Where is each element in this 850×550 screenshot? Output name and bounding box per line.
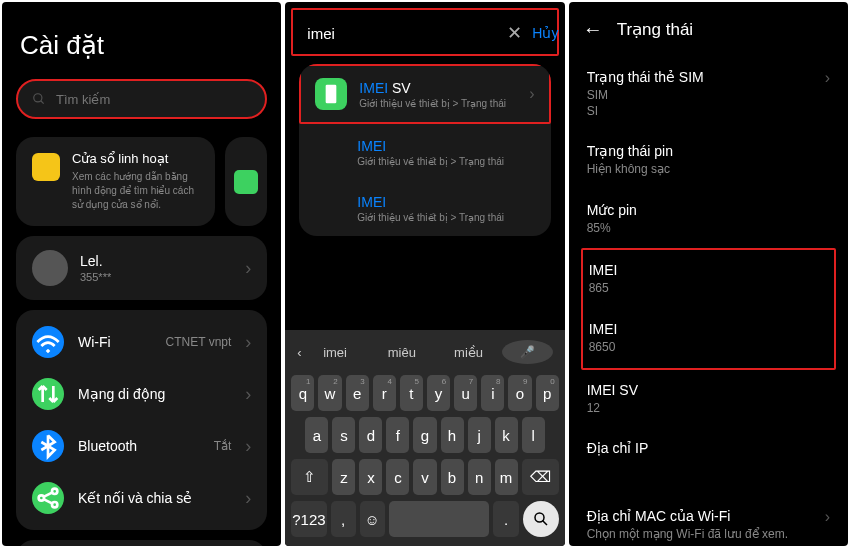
page-title: Trạng thái [617,19,693,40]
window-icon [32,153,60,181]
key-x[interactable]: x [359,459,382,495]
chevron-right-icon: › [245,488,251,509]
key-b[interactable]: b [441,459,464,495]
key-d[interactable]: d [359,417,382,453]
item-value: 865 [589,281,828,297]
settings-row-bluetooth[interactable]: Bluetooth Tắt › [32,420,251,472]
status-item-mac[interactable]: › Địa chỉ MAC của Wi-Fi Chọn một mạng Wi… [587,496,830,546]
item-value: Hiện không sạc [587,162,830,178]
suggestion[interactable]: miều [443,345,494,360]
tip-card[interactable]: Cửa sổ linh hoạt Xem các hướng dẫn bằng … [16,137,215,226]
svg-line-6 [44,499,52,503]
item-label: Mức pin [587,202,830,218]
key-u[interactable]: u7 [454,375,477,411]
row-label: Mạng di động [78,386,231,402]
comma-key[interactable]: , [331,501,356,537]
cancel-button[interactable]: Hủy [532,25,558,41]
backspace-key[interactable]: ⌫ [522,459,559,495]
device-icon [315,78,347,110]
numbers-key[interactable]: ?123 [291,501,326,537]
key-h[interactable]: h [441,417,464,453]
key-f[interactable]: f [386,417,409,453]
settings-row-mobile[interactable]: Mạng di động › [32,368,251,420]
share-icon [32,482,64,514]
key-e[interactable]: e3 [346,375,369,411]
item-label: Địa chỉ MAC của Wi-Fi [587,508,830,524]
tip-card-secondary[interactable] [225,137,267,226]
settings-screen: Cài đặt Cửa sổ linh hoạt Xem các hướng d… [2,2,281,546]
bluetooth-icon [32,430,64,462]
key-a[interactable]: a [305,417,328,453]
suggestion[interactable]: imei [310,345,361,360]
blank-icon [313,136,345,168]
key-m[interactable]: m [495,459,518,495]
item-value: 12 [587,401,830,417]
key-l[interactable]: l [522,417,545,453]
key-g[interactable]: g [413,417,436,453]
result-title: IMEI SV [359,80,517,96]
space-key[interactable] [389,501,490,537]
svg-point-2 [39,495,44,500]
status-item-battery: Trạng thái pin Hiện không sạc [587,131,830,190]
svg-point-3 [52,489,57,494]
shift-key[interactable]: ⇧ [291,459,328,495]
search-result[interactable]: IMEI SV Giới thiệu về thiết bị > Trạng t… [299,64,550,124]
suggestion-bar: ‹ imei miêu miều 🎤 [289,336,560,372]
search-bar[interactable] [16,79,267,119]
item-label: Trạng thái pin [587,143,830,159]
key-k[interactable]: k [495,417,518,453]
chevron-right-icon: › [825,508,830,526]
chevron-right-icon: › [245,258,251,279]
search-result[interactable]: IMEI Giới thiệu về thiết bị > Trạng thái [299,180,550,236]
clear-icon[interactable]: ✕ [507,22,522,44]
back-icon[interactable]: ← [583,18,603,41]
search-input[interactable] [307,25,497,42]
item-value: 85% [587,221,830,237]
key-n[interactable]: n [468,459,491,495]
chevron-right-icon: › [529,85,534,103]
avatar [32,250,68,286]
settings-row-share[interactable]: Kết nối và chia sẻ › [32,472,251,524]
key-z[interactable]: z [332,459,355,495]
emoji-key[interactable]: ☺ [360,501,385,537]
status-item-imei: IMEI 865 [589,250,828,309]
blank-icon [313,192,345,224]
settings-row-wifi[interactable]: Wi-Fi CTNET vnpt › [32,316,251,368]
battery-icon [234,170,258,194]
key-s[interactable]: s [332,417,355,453]
key-j[interactable]: j [468,417,491,453]
mobile-data-icon [32,378,64,410]
key-r[interactable]: r4 [373,375,396,411]
search-key[interactable] [523,501,559,537]
tip-title: Cửa sổ linh hoạt [72,151,199,166]
item-label: IMEI [589,262,828,278]
suggestion[interactable]: miêu [376,345,427,360]
chevron-right-icon: › [245,436,251,457]
key-v[interactable]: v [413,459,436,495]
row-value: Tắt [214,439,232,453]
mic-icon[interactable]: 🎤 [502,340,553,364]
status-item-sim[interactable]: › Trạng thái thẻ SIM SIM SI [587,57,830,131]
key-i[interactable]: i8 [481,375,504,411]
result-title: IMEI [357,194,536,210]
item-value: 8650 [589,340,828,356]
result-path: Giới thiệu về thiết bị > Trạng thái [359,98,517,109]
profile-row[interactable]: Lel. 355*** › [16,236,267,300]
key-w[interactable]: w2 [318,375,341,411]
key-c[interactable]: c [386,459,409,495]
key-y[interactable]: y6 [427,375,450,411]
key-q[interactable]: q1 [291,375,314,411]
period-key[interactable]: . [493,501,518,537]
key-t[interactable]: t5 [400,375,423,411]
profile-sub: 355*** [80,271,111,283]
search-input[interactable] [56,92,251,107]
tip-desc: Xem các hướng dẫn bằng hình động để tìm … [72,170,199,212]
row-value: CTNET vnpt [166,335,232,349]
status-item-imeisv: IMEI SV 12 [587,370,830,429]
key-o[interactable]: o9 [508,375,531,411]
chevron-right-icon: › [825,69,830,87]
chevron-left-icon[interactable]: ‹ [297,345,301,360]
search-result[interactable]: IMEI Giới thiệu về thiết bị > Trạng thái [299,124,550,180]
key-p[interactable]: p0 [536,375,559,411]
result-title: IMEI [357,138,536,154]
